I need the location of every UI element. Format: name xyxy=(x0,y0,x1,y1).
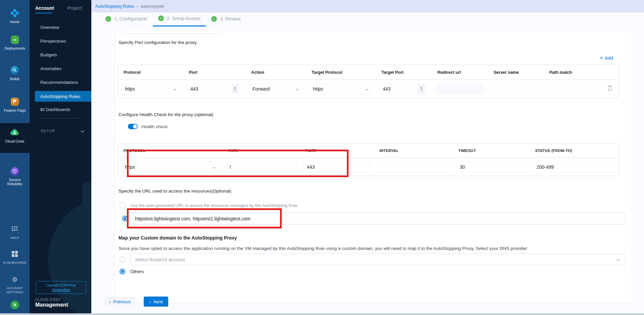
hc-protocol-select[interactable]: https xyxy=(122,161,219,173)
check-icon: ✓ xyxy=(105,16,111,22)
url-section-heading: Specify the URL used to access the resou… xyxy=(119,189,231,194)
toggle-knob xyxy=(133,124,137,128)
app-root: Home ∞ Deployments Builds Feature Flags xyxy=(0,0,644,315)
add-port-row-button[interactable]: + Add xyxy=(600,55,613,61)
service-reliability-icon xyxy=(0,166,30,176)
previous-button[interactable]: ‹ Previous xyxy=(104,297,136,307)
chevron-down-icon xyxy=(616,257,620,262)
chevron-down-icon xyxy=(81,128,85,134)
tab-account[interactable]: Account xyxy=(35,5,54,11)
account-settings-icon: ⚙ xyxy=(0,274,30,284)
rail-item-dashboards[interactable]: DASHBOARDS xyxy=(0,249,30,265)
sidebar-item-bi-dashboards[interactable]: BI Dashboards xyxy=(40,107,70,112)
rail-item-help[interactable]: ? HELP xyxy=(0,224,30,240)
health-check-table-header: PROTOCOL PATH PORT INTERVAL TIMEOUT STAT… xyxy=(118,143,619,158)
hc-interval-input[interactable] xyxy=(377,161,449,173)
health-check-heading: Configure Health Check for the proxy (op… xyxy=(119,112,213,117)
server-name-input[interactable] xyxy=(492,83,540,95)
custom-url-radio[interactable] xyxy=(122,216,128,221)
launch-ccm-first-gen-button[interactable]: Launch CCM First Generation xyxy=(36,281,86,294)
route53-account-select[interactable]: Select Route53 account xyxy=(130,254,625,265)
target-port-input[interactable]: 443 xyxy=(379,83,428,95)
builds-icon xyxy=(0,65,30,75)
svg-text:?: ? xyxy=(14,227,16,230)
custom-domain-description: Since you have opted to access the appli… xyxy=(119,246,622,251)
port-table-header: Protocol Port Action Target Protocol Tar… xyxy=(118,65,619,80)
number-stepper[interactable] xyxy=(418,85,425,93)
tab-project[interactable]: Project xyxy=(67,5,82,11)
breadcrumb-current: asproxytyler xyxy=(141,4,164,9)
delete-row-button[interactable] xyxy=(601,85,619,92)
sidebar-setup-group[interactable]: SETUP xyxy=(41,128,85,134)
breadcrumb-link-autostopping-rules[interactable]: AutoStopping Rules xyxy=(95,4,134,9)
active-tab-underline xyxy=(35,13,52,13)
sidebar-divider xyxy=(41,118,83,118)
hc-port-input[interactable]: 443 xyxy=(304,161,370,173)
others-radio[interactable] xyxy=(120,269,125,274)
horizontal-scrollbar[interactable] xyxy=(0,313,644,315)
target-protocol-select[interactable]: https xyxy=(310,83,372,95)
rail-item-feature-flags[interactable]: Feature Flags xyxy=(0,97,30,112)
hc-status-input[interactable]: 200-499 xyxy=(533,161,615,173)
others-label: Others xyxy=(130,269,144,274)
home-icon xyxy=(0,8,30,18)
port-config-table: Protocol Port Action Target Protocol Tar… xyxy=(118,65,619,98)
route53-radio[interactable] xyxy=(120,257,125,262)
sidebar-item-autostopping-rules[interactable]: AutoStopping Rules xyxy=(35,91,91,102)
breadcrumb: AutoStopping Rules › asproxytyler xyxy=(91,0,644,12)
rail-item-profile[interactable]: N xyxy=(0,301,30,309)
protocol-select[interactable]: https xyxy=(122,83,180,95)
number-stepper[interactable] xyxy=(232,85,238,93)
main-content: AutoStopping Rules › asproxytyler ✓ 1. C… xyxy=(91,0,644,315)
hc-path-input[interactable]: / xyxy=(226,161,296,173)
rail-item-deployments[interactable]: ∞ Deployments xyxy=(0,35,30,50)
redirect-url-input[interactable] xyxy=(435,83,484,95)
health-check-table: PROTOCOL PATH PORT INTERVAL TIMEOUT STAT… xyxy=(118,143,619,176)
check-icon: ✓ xyxy=(211,16,217,22)
help-icon: ? xyxy=(0,224,30,234)
rail-item-builds[interactable]: Builds xyxy=(0,65,30,81)
auto-url-radio[interactable] xyxy=(120,203,125,208)
sidebar-item-budgets[interactable]: Budgets xyxy=(40,52,57,58)
product-name-big: Management xyxy=(35,302,68,308)
health-check-toggle-label: Health check xyxy=(141,124,168,129)
port-input[interactable]: 443 xyxy=(187,83,242,95)
chevron-down-icon xyxy=(212,164,216,170)
user-avatar[interactable]: N xyxy=(10,301,19,309)
sidebar-item-overview[interactable]: Overview xyxy=(40,25,59,30)
health-check-toggle-row: Health check xyxy=(128,124,168,129)
action-select[interactable]: Forward xyxy=(249,83,302,95)
custom-url-input[interactable]: httpstest.lightwingtest.com, httpstest1.… xyxy=(130,213,625,224)
wizard-steps: ✓ 1. Configuration ✓ 2. Setup Access ✓ 3… xyxy=(100,13,246,27)
module-rail: Home ∞ Deployments Builds Feature Flags xyxy=(0,0,30,315)
sidebar-item-recommendations[interactable]: Recommendations xyxy=(40,80,78,85)
hc-timeout-input[interactable]: 30 xyxy=(456,161,526,173)
chevron-down-icon xyxy=(173,86,176,92)
chevron-right-icon: › xyxy=(149,299,151,305)
scrolled-field-remnant xyxy=(120,31,221,34)
health-check-toggle[interactable] xyxy=(128,124,138,129)
rail-item-service-reliability[interactable]: Service Reliability xyxy=(0,166,30,186)
cloud-costs-sidebar: Account Project Overview Perspectives Bu… xyxy=(30,0,91,315)
custom-domain-heading: Map your Custom domain to the AutoStoppi… xyxy=(119,235,237,241)
dashboards-icon xyxy=(0,249,30,259)
step-review[interactable]: ✓ 3. Review xyxy=(206,13,246,27)
rail-item-account-settings[interactable]: ⚙ ACCOUNT SETTINGS xyxy=(0,274,30,294)
step-configuration[interactable]: ✓ 1. Configuration xyxy=(100,13,153,27)
health-check-table-row: https / 443 30 200-499 xyxy=(118,158,619,176)
cloud-costs-icon: $ xyxy=(0,127,30,138)
rail-item-cloud-costs[interactable]: $ Cloud Costs xyxy=(0,127,30,143)
check-icon: ✓ xyxy=(158,15,164,21)
plus-icon: + xyxy=(600,56,603,60)
chevron-left-icon: ‹ xyxy=(109,299,111,305)
path-match-input[interactable] xyxy=(547,83,597,95)
sidebar-item-perspectives[interactable]: Perspectives xyxy=(40,39,66,44)
next-button[interactable]: › Next xyxy=(144,297,168,307)
sidebar-item-anomalies[interactable]: Anomalies xyxy=(40,66,61,71)
rail-item-home[interactable]: Home xyxy=(0,8,30,24)
setup-access-panel: Specify Port configuration for the proxy… xyxy=(114,31,632,303)
step-setup-access[interactable]: ✓ 2. Setup Access xyxy=(153,13,206,27)
port-config-heading: Specify Port configuration for the proxy xyxy=(119,40,197,45)
auto-url-option-row: Use the auto-generated URL to access the… xyxy=(120,203,298,208)
chevron-down-icon xyxy=(365,86,369,92)
